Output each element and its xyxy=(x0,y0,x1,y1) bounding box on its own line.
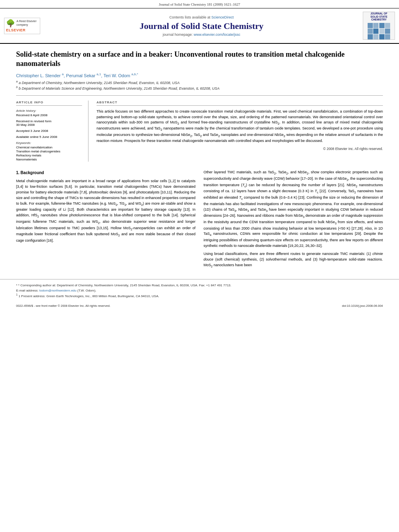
journal-header: 🌳 A Reed Elsevier company ELSEVIER Conte… xyxy=(0,8,399,44)
body-right-col: Other layered TMC materials, such as TaS… xyxy=(204,170,383,271)
journal-title-header: Journal of Solid State Chemistry xyxy=(43,21,360,31)
body-columns: 1. Background Metal chalcogenide materia… xyxy=(16,170,383,271)
keyword-3: Refractory metals xyxy=(16,154,82,157)
keyword-4: Nanomaterials xyxy=(16,158,82,161)
journal-homepage-line: journal homepage: www.elsevier.com/locat… xyxy=(43,33,360,37)
received-value: Received 8 April 2008 xyxy=(16,113,82,117)
keyword-1: Chemical nanofabrication xyxy=(16,146,82,149)
authors-text: Christopher L. Stender a, Perumal Sekar … xyxy=(16,73,138,78)
bottom-doi: doi:10.1016/j.jssc.2008.06.004 xyxy=(342,304,383,308)
background-right-para-2: Using broad classifications, there are t… xyxy=(204,251,383,269)
abstract-text: This article focuses on two different ap… xyxy=(97,109,383,144)
keyword-2: Transition metal chalcogenides xyxy=(16,150,82,153)
received-revised-value: Received in revised form30 May 2008 xyxy=(16,119,82,127)
homepage-link[interactable]: www.elsevier.com/locate/jssc xyxy=(194,33,241,37)
bottom-issn: 0022-4596/$ - see front matter © 2008 El… xyxy=(16,304,110,308)
affiliation-b: b b Department of Materials Science and … xyxy=(16,86,383,90)
corresponding-text: * Corresponding author at: Department of… xyxy=(18,283,231,287)
bottom-bar: 0022-4596/$ - see front matter © 2008 El… xyxy=(16,304,383,308)
keywords-label: Keywords: xyxy=(16,141,82,145)
history-label: Article history: xyxy=(16,109,82,113)
article-info-left: ARTICLE INFO Article history: Received 8… xyxy=(16,101,88,162)
sciencedirect-line: Contents lists available at ScienceDirec… xyxy=(43,15,360,19)
background-heading: 1. Background xyxy=(16,170,195,176)
abstract-copyright: © 2008 Elsevier Inc. All rights reserved… xyxy=(97,147,383,151)
email-label: E-mail address: xyxy=(16,289,39,292)
abstract-title: ABSTRACT xyxy=(97,101,383,106)
article-body: Solid-state chemistry on a surface and i… xyxy=(0,44,399,279)
header-center: Contents lists available at ScienceDirec… xyxy=(43,15,360,37)
journal-logo-box: JOURNAL OFSOLID STATECHEMISTRY xyxy=(363,12,395,40)
journal-logo-right: JOURNAL OFSOLID STATECHEMISTRY xyxy=(363,12,395,40)
elsevier-text: A Reed Elsevier company xyxy=(16,20,38,27)
affiliation-a: a a Department of Chemistry, Northwester… xyxy=(16,80,383,85)
sciencedirect-prefix: Contents lists available at xyxy=(169,15,210,19)
elsevier-logo: 🌳 A Reed Elsevier company ELSEVIER xyxy=(4,18,40,34)
email-owner: (T.W. Odom). xyxy=(77,289,96,292)
elsevier-brand-text: ELSEVIER xyxy=(6,28,38,32)
email-note: E-mail address: todom@northwestern.edu (… xyxy=(16,289,383,292)
journal-logo-grid xyxy=(367,22,391,40)
page-container: Journal of Solid State Chemistry 181 (20… xyxy=(0,0,399,312)
article-authors: Christopher L. Stender a, Perumal Sekar … xyxy=(16,73,383,78)
article-footer: * * Corresponding author at: Department … xyxy=(0,279,399,312)
article-info-section: ARTICLE INFO Article history: Received 8… xyxy=(16,101,383,162)
present-address-note: 1 1 Present address: Green Earth Technol… xyxy=(16,293,383,298)
background-left-para: Metal chalcogenide materials are importa… xyxy=(16,179,195,244)
article-abstract: ABSTRACT This article focuses on two dif… xyxy=(97,101,383,162)
background-right-para-1: Other layered TMC materials, such as TaS… xyxy=(204,170,383,249)
article-info-title: ARTICLE INFO xyxy=(16,101,82,106)
sciencedirect-link[interactable]: ScienceDirect xyxy=(212,15,234,19)
journal-logo-title: JOURNAL OFSOLID STATECHEMISTRY xyxy=(370,11,388,22)
body-left-col: 1. Background Metal chalcogenide materia… xyxy=(16,170,195,271)
article-divider xyxy=(16,95,383,96)
corresponding-author-note: * * Corresponding author at: Department … xyxy=(16,283,383,287)
journal-ref-text: Journal of Solid State Chemistry 181 (20… xyxy=(159,2,240,6)
accepted-value: Accepted 3 June 2008 xyxy=(16,129,82,133)
available-value: Available online 5 June 2008 xyxy=(16,135,82,139)
article-title: Solid-state chemistry on a surface and i… xyxy=(16,50,383,69)
homepage-prefix: journal homepage: xyxy=(162,33,193,37)
journal-reference: Journal of Solid State Chemistry 181 (20… xyxy=(0,0,399,8)
email-link[interactable]: todom@northwestern.edu xyxy=(39,289,76,292)
elsevier-tree-icon: 🌳 xyxy=(6,20,15,27)
